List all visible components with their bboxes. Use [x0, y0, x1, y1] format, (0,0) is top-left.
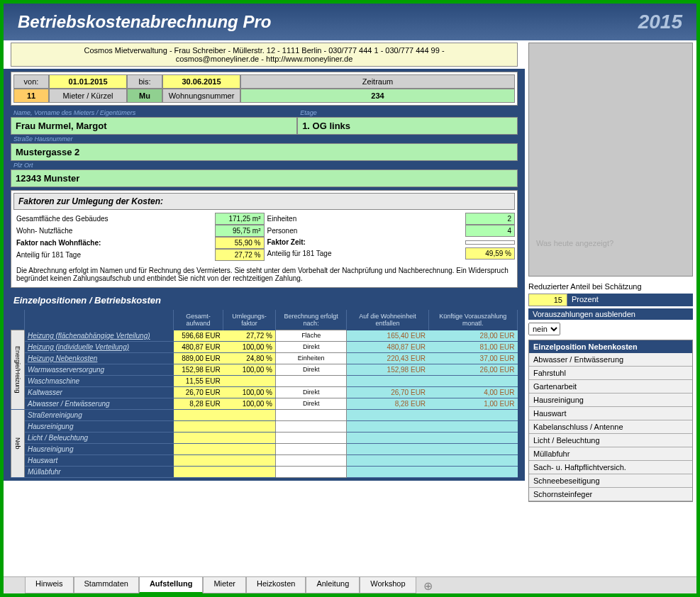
table-row: Heizung (individuelle Verteilung)480,87 … [11, 341, 518, 352]
tab-aufstellung[interactable]: Aufstellung [139, 577, 204, 593]
cost-factor [223, 454, 276, 466]
calc-method[interactable] [275, 375, 346, 386]
cost-factor: 24,80 % [223, 352, 276, 364]
calc-method[interactable] [275, 409, 346, 420]
etage-value: 1. OG links [297, 117, 518, 135]
calc-method[interactable] [275, 432, 346, 443]
cost-item-name: Hauswart [25, 454, 174, 466]
cost-amount[interactable]: 11,55 EUR [174, 375, 223, 386]
factor-value: 55,90 % [215, 237, 265, 249]
list-item[interactable]: Sach- u. Haftpflichtversich. [529, 461, 692, 474]
factor-value: 171,25 m² [215, 213, 265, 225]
calc-method[interactable]: Direkt [275, 386, 346, 398]
cost-advance [428, 409, 517, 420]
table-row: Müllabfuhr [11, 466, 518, 477]
preview-box: Was heute angezeigt? [528, 43, 693, 277]
tab-workshop[interactable]: Workshop [360, 577, 416, 593]
factor-label: Faktor Zeit: [265, 237, 466, 247]
cost-item-name: Heizung (flächenabhängige Verteilung) [25, 330, 174, 342]
cost-amount[interactable] [174, 466, 223, 477]
calc-method[interactable]: Einheiten [275, 352, 346, 364]
table-row: NebStraßenreinigung [11, 409, 518, 420]
cost-item-name: Waschmaschine [25, 375, 174, 386]
calc-method[interactable]: Direkt [275, 398, 346, 409]
cost-factor [223, 443, 276, 454]
tab-anleitung[interactable]: Anleitung [306, 577, 360, 593]
table-row: Waschmaschine11,55 EUR [11, 375, 518, 386]
cost-amount[interactable] [174, 409, 223, 420]
cost-amount[interactable] [174, 420, 223, 432]
von-label: von: [13, 74, 49, 89]
table-row: Heizung Nebenkosten889,00 EUR24,80 %Einh… [11, 352, 518, 364]
cost-item-name: Heizung (individuelle Verteilung) [25, 341, 174, 352]
cost-amount[interactable]: 26,70 EUR [174, 386, 223, 398]
table-row: Hausreinigung [11, 443, 518, 454]
cost-factor [223, 466, 276, 477]
cost-factor: 100,00 % [223, 341, 276, 352]
date-to[interactable]: 30.06.2015 [162, 74, 240, 89]
cost-factor [223, 409, 276, 420]
factors-title: Faktoren zur Umlegung der Kosten: [13, 193, 515, 210]
cost-amount[interactable] [174, 454, 223, 466]
cost-share [347, 420, 428, 432]
list-item[interactable]: Licht / Beleuchtung [529, 434, 692, 447]
table-row: Licht / Beleuchtung [11, 432, 518, 443]
list-item[interactable]: Abwasser / Entwässerung [529, 353, 692, 367]
cost-amount[interactable] [174, 443, 223, 454]
tab-stammdaten[interactable]: Stammdaten [74, 577, 139, 593]
list-item[interactable]: Fahrstuhl [529, 367, 692, 380]
cost-share [347, 443, 428, 454]
list-item[interactable]: Müllabfuhr [529, 447, 692, 461]
list-item[interactable]: Hausreinigung [529, 394, 692, 407]
cost-share [347, 466, 428, 477]
calc-method[interactable] [275, 420, 346, 432]
cost-factor [223, 432, 276, 443]
cost-advance: 28,00 EUR [428, 330, 517, 342]
calc-method[interactable] [275, 443, 346, 454]
factor-value: 2 [465, 213, 515, 225]
voraus-select[interactable]: nein [528, 323, 560, 335]
calc-method[interactable] [275, 466, 346, 477]
calc-method[interactable]: Fläche [275, 330, 346, 342]
cost-item-name: Straßenreinigung [25, 409, 174, 420]
cost-advance: 81,00 EUR [428, 341, 517, 352]
table-row: Kaltwasser26,70 EUR100,00 %Direkt26,70 E… [11, 386, 518, 398]
cost-item-name: Müllabfuhr [25, 466, 174, 477]
list-item[interactable]: Schornsteinfeger [529, 488, 692, 501]
calc-method[interactable] [275, 454, 346, 466]
mieter-label: Mieter / Kürzel [49, 89, 127, 103]
list-item[interactable]: Schneebeseitigung [529, 474, 692, 488]
list-item[interactable]: Gartenarbeit [529, 380, 692, 394]
cost-amount[interactable]: 8,28 EUR [174, 398, 223, 409]
nebenkosten-list: Einzelposition Nebenkosten Abwasser / En… [528, 340, 693, 502]
voraus-label: Vorauszahlungen ausblenden [528, 308, 693, 320]
list-item[interactable]: Hauswart [529, 407, 692, 420]
date-from[interactable]: 01.01.2015 [49, 74, 127, 89]
cost-factor: 100,00 % [223, 364, 276, 375]
zeitraum-label: Zeitraum [240, 74, 515, 89]
cost-share: 165,40 EUR [347, 330, 428, 342]
contact-banner: Cosmos Mietverwaltung - Frau Schreiber -… [11, 43, 518, 67]
tab-hinweis[interactable]: Hinweis [25, 577, 74, 593]
list-item[interactable]: Kabelanschluss / Antenne [529, 420, 692, 434]
calc-method[interactable]: Direkt [275, 364, 346, 375]
cost-amount[interactable]: 152,98 EUR [174, 364, 223, 375]
cost-amount[interactable] [174, 432, 223, 443]
category-label: Neb [11, 409, 25, 477]
prozent-input[interactable]: 15 [528, 294, 567, 306]
cost-share: 26,70 EUR [347, 386, 428, 398]
calc-method[interactable]: Direkt [275, 341, 346, 352]
tab-mieter[interactable]: Mieter [203, 577, 246, 593]
cost-item-name: Abwasser / Entwässerung [25, 398, 174, 409]
cost-advance: 37,00 EUR [428, 352, 517, 364]
cost-amount[interactable]: 889,00 EUR [174, 352, 223, 364]
reduzierter-label: Reduzierter Anteil bei Schätzung [528, 282, 693, 291]
cost-amount[interactable]: 596,68 EUR [174, 330, 223, 342]
mieter-number[interactable]: 11 [13, 89, 49, 103]
disclaimer: Die Abrechnung erfolgt im Namen und für … [13, 264, 515, 285]
cost-amount[interactable]: 480,87 EUR [174, 341, 223, 352]
tab-heizkosten[interactable]: Heizkosten [246, 577, 306, 593]
prozent-label: Prozent [567, 294, 693, 306]
add-tab-icon[interactable]: ⊕ [416, 577, 440, 593]
wohn-label: Wohnungsnummer [162, 89, 240, 103]
